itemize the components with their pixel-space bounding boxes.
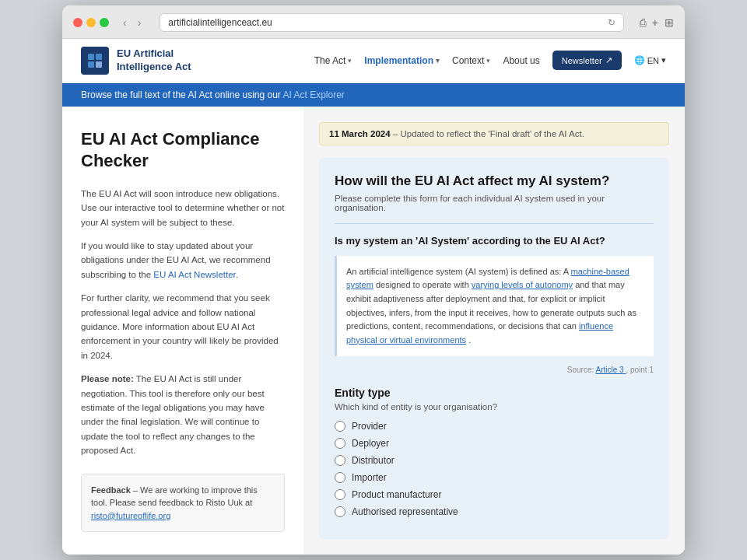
nav-implementation-label: Implementation bbox=[364, 55, 433, 66]
intro-para-3: For further clarity, we recommend that y… bbox=[81, 291, 285, 362]
radio-importer[interactable]: Importer bbox=[335, 472, 654, 483]
please-note-label: Please note: bbox=[81, 374, 134, 383]
def-text-end: . bbox=[468, 335, 471, 345]
source-suffix: , point 1 bbox=[626, 366, 654, 374]
radio-authorised-representative-input[interactable] bbox=[335, 506, 345, 517]
external-link-icon: ↗ bbox=[605, 55, 612, 65]
radio-deployer-input[interactable] bbox=[335, 438, 345, 449]
maximize-button[interactable] bbox=[100, 18, 109, 27]
address-bar-container: artificialintelligenceact.eu ↻ bbox=[160, 13, 623, 32]
article-3-link[interactable]: Article 3 bbox=[596, 366, 626, 374]
def-text-before: An artificial intelligence system (AI sy… bbox=[346, 267, 571, 276]
radio-provider[interactable]: Provider bbox=[335, 421, 654, 432]
radio-product-manufacturer-label: Product manufacturer bbox=[352, 489, 441, 500]
logo-text: EU Artificial Intelligence Act bbox=[117, 47, 191, 74]
nav-context[interactable]: Context ▾ bbox=[452, 55, 490, 66]
date-text: 11 March 2024 bbox=[329, 129, 391, 138]
svg-rect-3 bbox=[88, 61, 94, 68]
radio-distributor-label: Distributor bbox=[352, 455, 395, 466]
chevron-down-icon: ▾ bbox=[348, 57, 352, 65]
nav-context-label: Context bbox=[452, 55, 484, 66]
form-card-title: How will the EU AI Act affect my AI syst… bbox=[335, 173, 654, 189]
source-line: Source: Article 3 , point 1 bbox=[335, 366, 654, 374]
svg-rect-2 bbox=[96, 54, 102, 60]
nav-implementation[interactable]: Implementation ▾ bbox=[364, 55, 440, 66]
entity-question: Which kind of entity is your organisatio… bbox=[335, 402, 654, 411]
date-suffix: – Updated to reflect the 'Final draft' o… bbox=[393, 129, 584, 138]
form-card: How will the EU AI Act affect my AI syst… bbox=[319, 158, 669, 540]
minimize-button[interactable] bbox=[86, 18, 96, 27]
url-text: artificialintelligenceact.eu bbox=[168, 17, 272, 28]
feedback-email-link[interactable]: risto@futureoflife.org bbox=[91, 511, 170, 520]
feedback-label: Feedback bbox=[91, 485, 131, 495]
browser-window: ‹ › artificialintelligenceact.eu ↻ ⎙ + ⊞ bbox=[62, 5, 685, 555]
ai-act-explorer-link[interactable]: AI Act Explorer bbox=[283, 89, 345, 100]
chevron-down-icon: ▾ bbox=[436, 57, 440, 65]
language-label: EN bbox=[647, 56, 659, 65]
date-banner: 11 March 2024 – Updated to reflect the '… bbox=[319, 122, 669, 145]
radio-product-manufacturer[interactable]: Product manufacturer bbox=[335, 489, 654, 500]
svg-rect-1 bbox=[88, 54, 94, 60]
chevron-down-icon: ▾ bbox=[661, 55, 666, 65]
back-button[interactable]: ‹ bbox=[120, 15, 130, 30]
radio-provider-input[interactable] bbox=[335, 421, 345, 432]
feedback-box: Feedback – We are working to improve thi… bbox=[81, 474, 285, 533]
chevron-down-icon: ▾ bbox=[486, 57, 490, 65]
radio-product-manufacturer-input[interactable] bbox=[335, 489, 345, 500]
radio-distributor-input[interactable] bbox=[335, 455, 345, 466]
left-panel: EU AI Act Compliance Checker The EU AI A… bbox=[62, 107, 303, 555]
svg-rect-4 bbox=[96, 61, 102, 68]
autonomy-link[interactable]: varying levels of autonomy bbox=[472, 280, 573, 289]
traffic-lights bbox=[73, 18, 109, 27]
intro-para-1: The EU AI Act will soon introduce new ob… bbox=[81, 187, 285, 229]
grid-icon[interactable]: ⊞ bbox=[665, 16, 674, 29]
refresh-icon[interactable]: ↻ bbox=[608, 17, 615, 28]
note-text: The EU AI Act is still under negotiation… bbox=[81, 374, 265, 455]
blue-banner: Browse the full text of the AI Act onlin… bbox=[62, 83, 685, 107]
form-card-subtitle: Please complete this form for each indiv… bbox=[335, 194, 654, 224]
main-content: EU AI Act Compliance Checker The EU AI A… bbox=[62, 107, 685, 555]
address-bar[interactable]: artificialintelligenceact.eu ↻ bbox=[160, 13, 623, 32]
browser-chrome: ‹ › artificialintelligenceact.eu ↻ ⎙ + ⊞ bbox=[62, 5, 685, 39]
newsletter-button[interactable]: Newsletter ↗ bbox=[552, 51, 622, 70]
source-label: Source: bbox=[567, 366, 594, 374]
logo-area: EU Artificial Intelligence Act bbox=[81, 47, 191, 75]
right-panel: 11 March 2024 – Updated to reflect the '… bbox=[303, 107, 685, 555]
radio-importer-input[interactable] bbox=[335, 472, 345, 483]
close-button[interactable] bbox=[73, 18, 82, 27]
please-note: Please note: The EU AI Act is still unde… bbox=[81, 372, 285, 457]
radio-deployer-label: Deployer bbox=[352, 438, 389, 449]
newsletter-label: Newsletter bbox=[562, 56, 602, 65]
intro-para-2: If you would like to stay updated about … bbox=[81, 239, 285, 282]
site-nav: The Act ▾ Implementation ▾ Context ▾ Abo… bbox=[314, 51, 666, 70]
browser-nav: ‹ › bbox=[120, 15, 144, 30]
newsletter-link[interactable]: EU AI Act Newsletter. bbox=[153, 270, 238, 279]
share-icon[interactable]: ⎙ bbox=[640, 16, 646, 29]
language-selector[interactable]: 🌐 EN ▾ bbox=[634, 55, 666, 65]
radio-authorised-representative[interactable]: Authorised representative bbox=[335, 506, 654, 517]
browser-actions: ⎙ + ⊞ bbox=[640, 16, 674, 29]
entity-section-title: Entity type bbox=[335, 387, 654, 399]
banner-text: Browse the full text of the AI Act onlin… bbox=[81, 89, 281, 100]
logo-icon bbox=[81, 47, 109, 75]
nav-the-act-label: The Act bbox=[314, 55, 346, 66]
left-body: The EU AI Act will soon introduce new ob… bbox=[81, 187, 285, 458]
radio-provider-label: Provider bbox=[352, 421, 387, 432]
ai-system-question: Is my system an 'AI System' according to… bbox=[335, 235, 654, 247]
forward-button[interactable]: › bbox=[135, 15, 145, 30]
definition-box: An artificial intelligence system (AI sy… bbox=[335, 256, 654, 357]
radio-importer-label: Importer bbox=[352, 472, 387, 483]
page-title: EU AI Act Compliance Checker bbox=[81, 128, 285, 173]
nav-the-act[interactable]: The Act ▾ bbox=[314, 55, 352, 66]
site-header: EU Artificial Intelligence Act The Act ▾… bbox=[62, 39, 685, 83]
radio-distributor[interactable]: Distributor bbox=[335, 455, 654, 466]
nav-about-us-label: About us bbox=[503, 55, 539, 66]
globe-icon: 🌐 bbox=[634, 55, 645, 65]
entity-options: Provider Deployer Distributor Importer bbox=[335, 421, 654, 517]
new-tab-icon[interactable]: + bbox=[652, 16, 658, 29]
radio-authorised-representative-label: Authorised representative bbox=[352, 506, 458, 517]
nav-about-us[interactable]: About us bbox=[503, 55, 539, 66]
def-text-middle1: designed to operate with bbox=[376, 280, 472, 289]
radio-deployer[interactable]: Deployer bbox=[335, 438, 654, 449]
